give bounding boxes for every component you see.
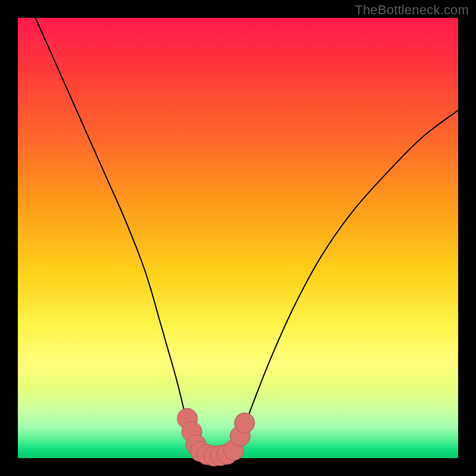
valley-markers <box>177 408 255 466</box>
right-curve <box>234 110 458 453</box>
left-curve <box>36 18 199 454</box>
plot-area <box>18 18 458 458</box>
watermark-text: TheBottleneck.com <box>355 2 469 18</box>
chart-svg <box>18 18 458 458</box>
valley-marker <box>234 413 255 433</box>
chart-frame: TheBottleneck.com <box>0 0 476 476</box>
